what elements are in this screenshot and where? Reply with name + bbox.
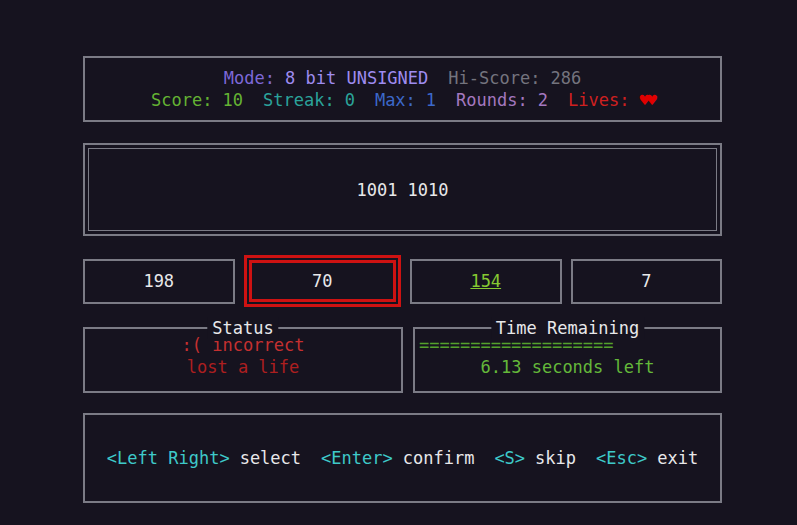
answer-options-row: 198 70 154 7 <box>83 255 722 307</box>
answer-option-4[interactable]: 7 <box>571 259 723 304</box>
hearts-icon: ♥♥ <box>639 89 653 111</box>
help-skip: <S> skip <box>494 447 576 469</box>
hiscore-value: 286 <box>550 67 581 89</box>
lives-stat: Lives: ♥♥ <box>568 89 654 111</box>
score-stat: Score: 10 <box>151 89 243 111</box>
answer-option-1-value: 198 <box>143 270 174 292</box>
max-stat: Max: 1 <box>375 89 436 111</box>
rounds-label: Rounds: <box>456 89 528 111</box>
answer-option-1-inner: 198 <box>85 261 233 302</box>
hiscore-stat: Hi-Score: 286 <box>448 67 581 89</box>
lives-label: Lives: <box>568 89 629 111</box>
streak-stat: Streak: 0 <box>263 89 355 111</box>
timer-panel: Time Remaining =================== 6.13 … <box>413 327 722 393</box>
max-value: 1 <box>426 89 436 111</box>
status-detail: lost a life <box>85 356 401 378</box>
skip-action-label: skip <box>535 447 576 469</box>
timer-panel-title: Time Remaining <box>491 317 644 339</box>
answer-option-2-value: 70 <box>312 270 332 292</box>
max-label: Max: <box>375 89 416 111</box>
help-exit: <Esc> exit <box>596 447 698 469</box>
status-panel-title: Status <box>207 317 278 339</box>
mode-row: Mode: 8 bit UNSIGNED Hi-Score: 286 <box>224 67 581 89</box>
answer-option-4-value: 7 <box>641 270 651 292</box>
answer-option-2-inner: 70 <box>249 260 397 302</box>
confirm-action-label: confirm <box>403 447 475 469</box>
answer-option-4-inner: 7 <box>573 261 721 302</box>
binary-question: 1001 1010 <box>356 179 448 201</box>
s-key: <S> <box>494 447 525 469</box>
help-confirm: <Enter> confirm <box>321 447 474 469</box>
left-right-key: <Left Right> <box>107 447 230 469</box>
answer-option-1[interactable]: 198 <box>83 259 235 304</box>
select-action-label: select <box>240 447 301 469</box>
answer-option-3-inner: 154 <box>412 261 560 302</box>
score-label: Score: <box>151 89 212 111</box>
score-value: 10 <box>223 89 243 111</box>
esc-key: <Esc> <box>596 447 647 469</box>
time-remaining-text: 6.13 seconds left <box>415 356 720 378</box>
answer-option-3-value: 154 <box>470 270 501 292</box>
rounds-stat: Rounds: 2 <box>456 89 548 111</box>
streak-label: Streak: <box>263 89 335 111</box>
answer-option-3-correct[interactable]: 154 <box>410 259 562 304</box>
rounds-value: 2 <box>538 89 548 111</box>
enter-key: <Enter> <box>321 447 393 469</box>
binary-display-panel: 1001 1010 <box>83 143 722 236</box>
keybindings-bar: <Left Right> select <Enter> confirm <S> … <box>83 413 722 503</box>
mode-stat: Mode: 8 bit UNSIGNED <box>224 67 428 89</box>
mode-label: Mode: <box>224 67 275 89</box>
status-panel: Status :( incorrect lost a life <box>83 327 403 393</box>
binary-display-inner: 1001 1010 <box>88 148 717 231</box>
answer-option-2-selected[interactable]: 70 <box>244 255 402 307</box>
status-timer-row: Status :( incorrect lost a life Time Rem… <box>83 327 722 393</box>
stats-row: Score: 10 Streak: 0 Max: 1 Rounds: 2 Liv… <box>151 89 654 111</box>
game-screen: Mode: 8 bit UNSIGNED Hi-Score: 286 Score… <box>0 0 797 525</box>
exit-action-label: exit <box>657 447 698 469</box>
streak-value: 0 <box>345 89 355 111</box>
stats-header: Mode: 8 bit UNSIGNED Hi-Score: 286 Score… <box>83 56 722 122</box>
mode-value: 8 bit UNSIGNED <box>285 67 428 89</box>
game-content: Mode: 8 bit UNSIGNED Hi-Score: 286 Score… <box>83 56 722 503</box>
help-select: <Left Right> select <box>107 447 301 469</box>
hiscore-label: Hi-Score: <box>448 67 540 89</box>
